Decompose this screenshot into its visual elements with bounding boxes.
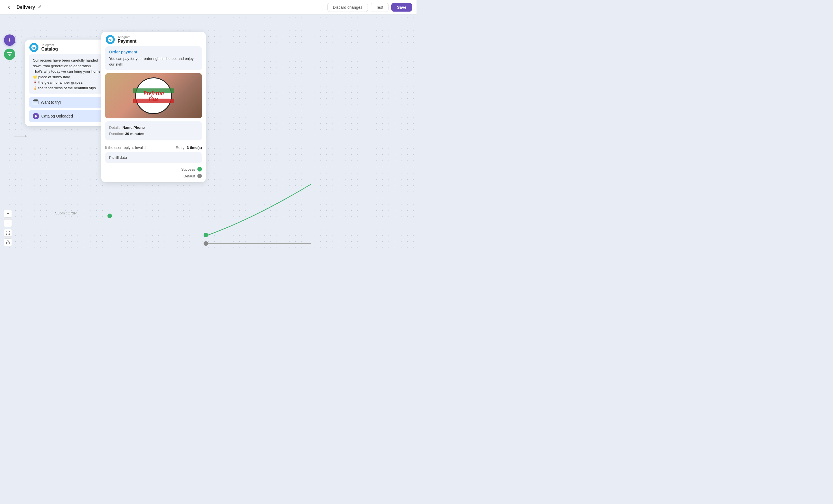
success-row: Success — [101, 166, 206, 173]
catalog-node-title: Catalog — [41, 47, 58, 52]
play-icon — [33, 113, 39, 119]
catalog-node-header: Telegram Catalog — [25, 40, 110, 54]
payment-node-header: Telegram Payment — [101, 32, 206, 46]
svg-rect-3 — [6, 242, 9, 244]
save-button[interactable]: Save — [391, 3, 412, 11]
sidebar-tools: + — [4, 34, 15, 60]
pizza-name-text: Preferita — [143, 90, 164, 97]
topbar: Delivery Discard changes Test Save — [0, 0, 416, 15]
fill-data-label: Pls fill data — [109, 155, 127, 160]
svg-point-8 — [204, 241, 208, 246]
duration-value: 30 minutes — [125, 132, 144, 136]
lock-button[interactable] — [4, 238, 12, 246]
filter-button[interactable] — [4, 49, 15, 60]
want-to-try-label: Want to try! — [41, 100, 61, 104]
svg-point-7 — [204, 233, 208, 237]
retry-value: 3 time(s) — [187, 146, 202, 150]
pizza-image: Preferita Pizza — [105, 73, 202, 118]
catalog-node: Telegram Catalog Our recipes have been c… — [25, 40, 110, 126]
telegram-icon — [29, 43, 39, 52]
pizza-logo: Preferita Pizza — [135, 77, 172, 114]
success-label: Success — [181, 167, 195, 172]
svg-rect-1 — [8, 54, 11, 55]
pizza-word-text: Pizza — [143, 97, 164, 102]
details-label: Details: — [109, 125, 122, 130]
details-card: Details: Name,Phone Duration: 30 minutes — [105, 121, 202, 141]
payment-node: Telegram Payment Order payment You can p… — [101, 32, 206, 182]
edit-icon[interactable] — [38, 5, 42, 9]
fit-button[interactable] — [4, 229, 12, 237]
payment-telegram-icon — [106, 35, 115, 44]
default-row: Default — [101, 173, 206, 182]
invalid-reply-row: If the user reply is invalid Retry 3 tim… — [101, 143, 206, 152]
catalog-uploaded-label: Catalog Uploaded — [41, 114, 73, 118]
invalid-label: If the user reply is invalid — [105, 146, 146, 150]
page-title: Delivery — [17, 4, 35, 10]
want-to-try-button[interactable]: Want to try! — [29, 97, 106, 108]
details-value: Name,Phone — [122, 125, 145, 130]
svg-rect-2 — [9, 55, 10, 56]
success-dot[interactable] — [197, 167, 202, 172]
payment-node-title: Payment — [118, 39, 137, 44]
duration-label: Duration: — [109, 132, 125, 136]
svg-rect-0 — [7, 52, 12, 53]
catalog-uploaded-button[interactable]: Catalog Uploaded — [29, 110, 106, 122]
retry-label: Retry — [175, 146, 184, 150]
zoom-out-button[interactable]: − — [4, 219, 12, 227]
zoom-in-button[interactable]: + — [4, 210, 12, 218]
zoom-controls: + − — [4, 210, 12, 246]
default-label: Default — [184, 174, 195, 178]
order-payment-title: Order payment — [109, 50, 198, 54]
discard-changes-button[interactable]: Discard changes — [328, 3, 367, 12]
svg-point-6 — [108, 213, 112, 218]
default-dot[interactable] — [197, 174, 202, 178]
submit-order-label: Submit Order — [55, 211, 77, 215]
canvas: + + − — [0, 15, 416, 252]
card-icon — [33, 100, 39, 104]
svg-marker-4 — [25, 135, 27, 137]
order-payment-card: Order payment You can pay for your order… — [105, 46, 202, 70]
fill-data-card: Pls fill data — [105, 152, 202, 163]
test-button[interactable]: Test — [371, 3, 389, 12]
order-payment-text: You can pay for your order right in the … — [109, 56, 198, 67]
add-node-button[interactable]: + — [4, 34, 15, 46]
catalog-platform-label: Telegram — [41, 43, 58, 47]
back-button[interactable] — [4, 3, 14, 12]
payment-platform-label: Telegram — [118, 35, 137, 39]
catalog-body-text: Our recipes have been carefully handed d… — [29, 54, 106, 94]
